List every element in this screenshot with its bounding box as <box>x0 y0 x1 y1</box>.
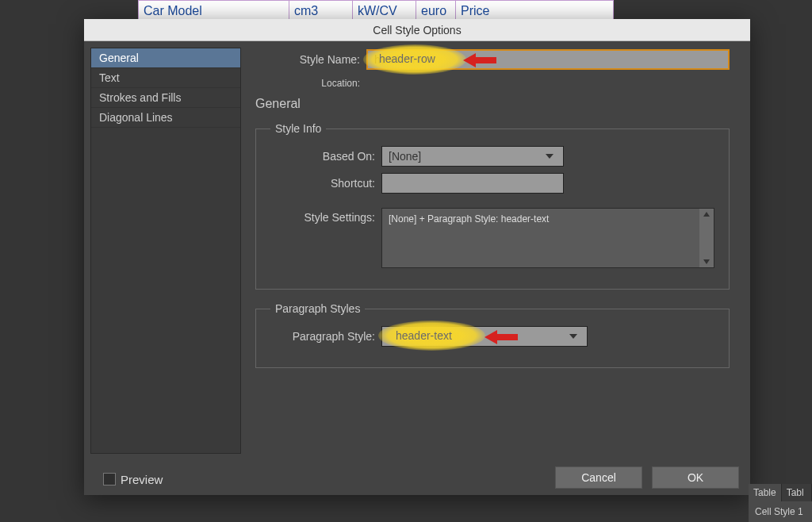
tab-label: Table <box>753 487 776 498</box>
chevron-down-icon <box>541 147 558 166</box>
style-name-label: Style Name: <box>255 53 366 66</box>
svg-marker-1 <box>546 154 553 159</box>
dialog-titlebar: Cell Style Options <box>84 19 750 41</box>
sidebar-item-diagonal-lines[interactable]: Diagonal Lines <box>91 108 240 128</box>
location-label: Location: <box>255 78 366 89</box>
sidebar-item-text[interactable]: Text <box>91 68 240 88</box>
style-settings-display: [None] + Paragraph Style: header-text <box>381 208 714 268</box>
panel-tab-table[interactable]: Table <box>749 484 782 501</box>
shortcut-label: Shortcut: <box>270 177 381 190</box>
svg-marker-2 <box>703 212 710 217</box>
style-settings-label: Style Settings: <box>270 208 381 224</box>
paragraph-style-select[interactable]: header-text <box>381 326 588 347</box>
scroll-down-icon <box>703 258 710 266</box>
based-on-label: Based On: <box>270 150 381 163</box>
preview-checkbox[interactable] <box>103 473 116 486</box>
svg-marker-4 <box>569 334 577 339</box>
based-on-select[interactable]: [None] <box>381 146 564 167</box>
sidebar-item-general[interactable]: General <box>91 48 240 68</box>
dialog-sidebar: General Text Strokes and Fills Diagonal … <box>84 41 247 460</box>
table-styles-panel: Table Tabl Cell Style 1 <box>749 484 812 522</box>
button-label: OK <box>688 471 703 484</box>
sidebar-item-label: Strokes and Fills <box>99 91 181 104</box>
sidebar-item-strokes-fills[interactable]: Strokes and Fills <box>91 88 240 108</box>
dialog-title: Cell Style Options <box>373 24 461 36</box>
style-info-group: Style Info Based On: [None] Shortcut: <box>255 122 730 290</box>
sidebar-item-label: General <box>99 52 139 64</box>
button-label: Cancel <box>581 471 616 484</box>
sidebar-item-label: Text <box>99 71 120 84</box>
cancel-button[interactable]: Cancel <box>555 466 642 489</box>
chevron-down-icon <box>565 327 582 346</box>
tab-label: Tabl <box>787 487 804 498</box>
sidebar-item-label: Diagonal Lines <box>99 111 173 124</box>
cell-style-options-dialog: Cell Style Options General Text Strokes … <box>84 19 750 495</box>
sidebar-category-list[interactable]: General Text Strokes and Fills Diagonal … <box>90 48 241 454</box>
paragraph-styles-legend: Paragraph Styles <box>270 302 365 315</box>
paragraph-style-label: Paragraph Style: <box>270 330 381 343</box>
preview-label: Preview <box>121 473 163 486</box>
dialog-main-panel: Style Name: header-row Location: General… <box>247 41 750 460</box>
style-settings-scrollbar[interactable] <box>699 209 714 267</box>
svg-marker-3 <box>703 259 710 264</box>
panel-row-label: Cell Style 1 <box>755 506 803 517</box>
based-on-value: [None] <box>389 150 421 163</box>
paragraph-styles-group: Paragraph Styles Paragraph Style: header… <box>255 302 730 368</box>
shortcut-input[interactable] <box>381 173 564 194</box>
ok-button[interactable]: OK <box>652 466 739 489</box>
panel-row[interactable]: Cell Style 1 <box>749 501 812 522</box>
dialog-footer: Preview Cancel OK <box>84 460 750 495</box>
panel-tab-table2[interactable]: Tabl <box>782 484 812 501</box>
style-name-input[interactable] <box>366 49 730 70</box>
scroll-up-icon <box>703 210 710 218</box>
style-settings-value: [None] + Paragraph Style: header-text <box>389 213 549 225</box>
style-info-legend: Style Info <box>270 122 326 135</box>
section-title-general: General <box>255 97 730 111</box>
